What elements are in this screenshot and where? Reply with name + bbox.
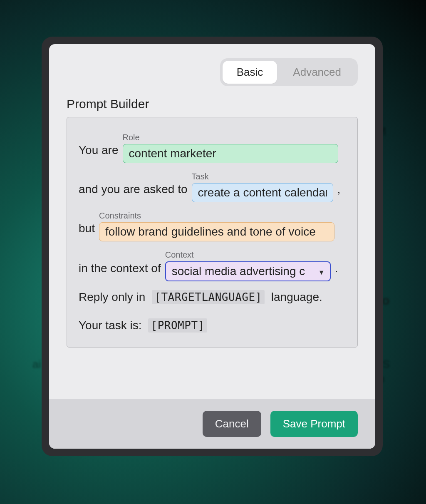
context-field-wrap: Context ▼ — [165, 251, 331, 281]
text-reply-suffix: language. — [271, 290, 322, 303]
constraints-input[interactable] — [99, 222, 334, 241]
context-input[interactable] — [165, 261, 331, 281]
save-prompt-button[interactable]: Save Prompt — [270, 411, 358, 437]
cancel-button[interactable]: Cancel — [203, 411, 261, 437]
text-but: but — [79, 219, 95, 241]
constraints-label: Constraints — [99, 211, 334, 220]
tab-advanced[interactable]: Advanced — [279, 61, 355, 84]
modal-body: Basic Advanced Prompt Builder You are Ro… — [49, 44, 375, 399]
text-you-are: You are — [79, 141, 119, 163]
text-in-context: in the context of — [79, 259, 161, 281]
task-line: and you are asked to Task , — [79, 172, 346, 202]
constraints-line: but Constraints — [79, 211, 346, 241]
modal-frame: Basic Advanced Prompt Builder You are Ro… — [42, 37, 383, 456]
reply-language-line: Reply only in[TARGETLANGUAGE]language. — [79, 290, 346, 304]
app-backdrop: M no ai e S op 0 Basic Advanced Prompt B… — [0, 0, 426, 504]
role-label: Role — [123, 133, 338, 142]
modal-footer: Cancel Save Prompt — [49, 399, 375, 449]
task-input[interactable] — [192, 183, 333, 202]
context-line: in the context of Context ▼ . — [79, 251, 346, 281]
context-label: Context — [165, 251, 331, 259]
tab-group: Basic Advanced — [220, 58, 358, 86]
role-field-wrap: Role — [123, 133, 338, 163]
constraints-field-wrap: Constraints — [99, 211, 334, 241]
target-language-token: [TARGETLANGUAGE] — [152, 290, 264, 304]
text-asked-to: and you are asked to — [79, 180, 188, 202]
tab-row: Basic Advanced — [67, 58, 358, 86]
bg-text: ai — [32, 358, 41, 371]
role-line: You are Role — [79, 133, 346, 163]
task-is-line: Your task is:[PROMPT] — [79, 319, 346, 332]
tab-basic[interactable]: Basic — [223, 61, 277, 84]
modal: Basic Advanced Prompt Builder You are Ro… — [49, 44, 375, 449]
prompt-token: [PROMPT] — [148, 318, 207, 333]
period: . — [335, 259, 338, 281]
task-field-wrap: Task — [192, 172, 333, 202]
task-label: Task — [192, 172, 333, 181]
text-reply-prefix: Reply only in — [79, 290, 145, 303]
builder-panel: You are Role and you are asked to Task — [67, 117, 358, 348]
comma: , — [337, 180, 341, 202]
text-task-is: Your task is: — [79, 319, 141, 332]
section-title: Prompt Builder — [67, 97, 358, 111]
role-input[interactable] — [123, 144, 338, 163]
